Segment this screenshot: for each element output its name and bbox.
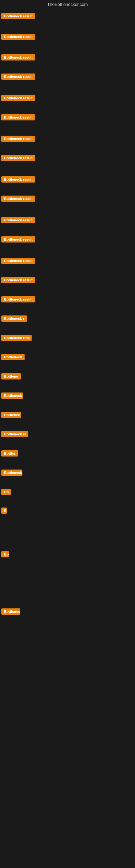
bottleneck-badge-3: Bottleneck result — [1, 54, 35, 61]
bottleneck-badge-23: Bottler — [1, 450, 18, 457]
list-item: B — [0, 504, 135, 518]
list-item: Bottler — [0, 447, 135, 461]
list-item: Bottleneck result — [0, 254, 135, 268]
site-title: TheBottlenecker.com — [0, 0, 135, 9]
list-item: Bottleneck — [0, 351, 135, 365]
bottleneck-badge-11: Bottleneck result — [1, 217, 35, 223]
bottleneck-badge-22: Bottleneck re — [1, 431, 28, 437]
list-item: Bottleneck result — [0, 92, 135, 105]
list-item: Bottleneck result — [0, 233, 135, 247]
bottleneck-badge-12: Bottleneck result — [1, 236, 35, 243]
list-item: Bottleneck result — [0, 274, 135, 287]
list-item: Bottleneck result — [0, 30, 135, 44]
bottleneck-badge-15: Bottleneck result — [1, 296, 35, 303]
list-item: Bottlene — [0, 370, 135, 384]
list-item: Bottleneck result — [0, 214, 135, 227]
list-item: Bottleneck result — [0, 70, 135, 84]
list-item: Bottlenec — [0, 408, 135, 422]
bottleneck-badge-7: Bottleneck result — [1, 135, 35, 142]
bottleneck-badge-6: Bottleneck result — [1, 114, 35, 120]
vertical-divider — [3, 532, 3, 540]
bottleneck-badge-21: Bottlenec — [1, 412, 21, 418]
list-item: Bottleneck — [0, 389, 135, 403]
bottleneck-badge-8: Bottleneck result — [1, 155, 35, 161]
bottleneck-badge-18: Bottleneck — [1, 354, 25, 360]
bottleneck-badge-26: B — [1, 507, 7, 514]
bottleneck-badge-14: Bottleneck result — [1, 277, 35, 283]
list-item: Bottleneck result — [0, 293, 135, 307]
bottleneck-badge-16: Bottleneck r — [1, 315, 27, 322]
bottleneck-badge-2: Bottleneck result — [1, 34, 35, 40]
list-item: Bottleneck result — [0, 132, 135, 146]
bottleneck-badge-25: Bo — [1, 489, 11, 495]
list-item: Bottleneck r — [0, 312, 135, 326]
list-item: Bo — [0, 486, 135, 499]
list-item: Bottleneck resu — [0, 332, 135, 345]
bottleneck-badge-10: Bottleneck result — [1, 195, 35, 202]
list-item: Bottleneck re — [0, 428, 135, 442]
list-item: Bottleneck re — [0, 605, 135, 619]
bottleneck-badge-9: Bottleneck result — [1, 176, 35, 183]
list-item: Bo — [0, 548, 135, 562]
list-item: Bottleneck result — [0, 9, 135, 24]
bottleneck-badge-19: Bottlene — [1, 373, 21, 379]
bottleneck-badge-29: Bo — [1, 551, 9, 557]
bottleneck-badge-1: Bottleneck result — [1, 13, 35, 19]
bottleneck-badge-24: Bottleneck — [1, 469, 22, 476]
bottleneck-badge-4: Bottleneck result — [1, 73, 35, 80]
bottleneck-badge-17: Bottleneck resu — [1, 335, 32, 341]
list-item: Bottleneck result — [0, 173, 135, 187]
list-item: Bottleneck result — [0, 152, 135, 165]
bottleneck-badge-5: Bottleneck result — [1, 95, 35, 101]
list-item: Bottleneck result — [0, 51, 135, 65]
list-item: Bottleneck — [0, 466, 135, 480]
bottleneck-badge-13: Bottleneck result — [1, 258, 35, 264]
list-item: Bottleneck result — [0, 111, 135, 125]
bottleneck-badge-33: Bottleneck re — [1, 609, 20, 615]
bottleneck-badge-20: Bottleneck — [1, 393, 23, 399]
list-item: Bottleneck result — [0, 192, 135, 206]
